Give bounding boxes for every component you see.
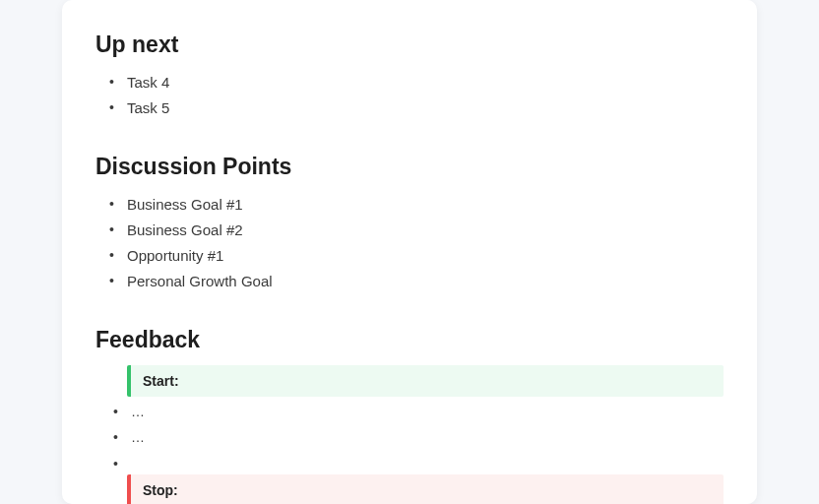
stop-callout: Stop: xyxy=(127,474,724,504)
start-callout: Start: xyxy=(127,365,724,397)
list-item: Task 5 xyxy=(109,95,724,121)
upnext-heading: Up next xyxy=(95,32,724,58)
list-item: … xyxy=(113,399,724,425)
discussion-list: Business Goal #1 Business Goal #2 Opport… xyxy=(109,192,724,295)
list-item: Business Goal #1 xyxy=(109,192,724,218)
document-card: Up next Task 4 Task 5 Discussion Points … xyxy=(62,0,757,504)
list-item: … xyxy=(113,424,724,451)
list-item xyxy=(113,451,724,469)
start-items: … … xyxy=(113,399,724,469)
upnext-list: Task 4 Task 5 xyxy=(109,70,724,122)
list-item: Opportunity #1 xyxy=(109,243,724,269)
list-item: Personal Growth Goal xyxy=(109,269,724,294)
feedback-block: Start: … … Stop: xyxy=(127,365,724,505)
list-item: Task 4 xyxy=(109,70,724,95)
list-item: Business Goal #2 xyxy=(109,218,724,243)
feedback-heading: Feedback xyxy=(95,327,724,353)
discussion-heading: Discussion Points xyxy=(95,154,724,180)
